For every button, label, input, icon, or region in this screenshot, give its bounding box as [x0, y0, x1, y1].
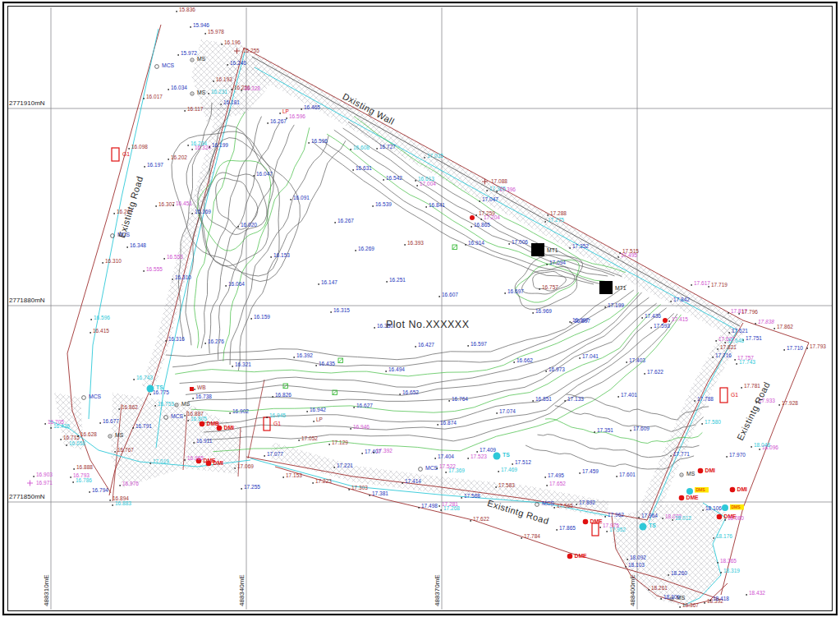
spot-tick-icon	[402, 482, 403, 484]
spot-tick-icon	[438, 505, 440, 507]
spot-tick-icon	[361, 453, 363, 454]
spot-elevation-label: 16.805	[190, 416, 207, 421]
spot-elevation-label: LP	[282, 108, 289, 114]
spot-elevation-label: 16.596	[289, 113, 305, 119]
spot-tick-icon	[386, 281, 388, 283]
spot-elevation-label: 16.020	[241, 222, 257, 228]
spot-tick-icon	[755, 323, 756, 325]
ms-marker-dot	[109, 435, 110, 436]
spot-tick-icon	[264, 455, 265, 457]
northing-label: 2771880mN	[9, 297, 45, 304]
spot-elevation-label: 16.034	[171, 85, 187, 90]
spot-elevation-label: 15.836	[179, 7, 195, 12]
easting-label: 488310mE	[43, 574, 50, 606]
spot-tick-icon	[638, 517, 640, 518]
spot-elevation-label: 18.012	[675, 515, 691, 521]
mcs-station-label: MCS	[542, 500, 555, 506]
spot-elevation-label: 16.677	[103, 418, 119, 424]
spot-elevation-label: 16.627	[356, 403, 373, 408]
spot-tick-icon	[318, 283, 319, 285]
spot-tick-icon	[599, 527, 601, 528]
spot-elevation-label: 17.821	[720, 344, 737, 350]
spot-tick-icon	[415, 180, 416, 182]
spot-elevation-label: 16.310	[175, 274, 191, 280]
spot-tick-icon	[448, 400, 450, 402]
spot-elevation-label: 16.393	[407, 240, 424, 246]
spot-tick-icon	[670, 455, 672, 457]
spot-tick-icon	[437, 424, 438, 426]
spot-tick-icon	[193, 442, 195, 444]
survey-point-icon-dmi	[698, 468, 704, 474]
spot-tick-icon	[133, 379, 135, 380]
spot-tick-icon	[229, 412, 231, 414]
spot-tick-icon	[544, 221, 546, 223]
spot-tick-icon	[50, 427, 52, 429]
spot-tick-icon	[187, 145, 189, 146]
spot-elevation-label: 16.965	[187, 455, 204, 461]
spot-tick-icon	[783, 349, 785, 351]
spot-elevation-label: 16.911	[196, 438, 213, 444]
spot-tick-icon	[250, 318, 252, 320]
spot-tick-icon	[604, 306, 606, 308]
spot-elevation-label: 17.865	[559, 525, 576, 531]
spot-elevation-label: 17.842	[673, 297, 690, 302]
spot-elevation-label: 17.962	[608, 512, 624, 518]
spot-elevation-label: 17.221	[337, 463, 353, 468]
spot-tick-icon	[545, 371, 547, 372]
spot-elevation-label: 18.367	[682, 602, 699, 608]
spot-elevation-label: 17.784	[524, 533, 540, 539]
spot-elevation-label: 16.451	[176, 200, 192, 206]
spot-tick-icon	[445, 472, 447, 473]
spot-elevation-label: LP	[316, 417, 323, 422]
spot-tick-icon	[544, 477, 546, 478]
spot-elevation-label: 17.415	[672, 316, 688, 322]
spot-tick-icon	[73, 468, 75, 470]
spot-tick-icon	[424, 157, 425, 159]
spot-tick-icon	[312, 482, 314, 484]
spot-tick-icon	[372, 205, 374, 207]
spot-elevation-label: 16.276	[208, 338, 224, 344]
spot-elevation-label: 16.826	[275, 392, 291, 398]
dme-point-label: DME	[686, 495, 700, 500]
spot-tick-icon	[194, 389, 195, 390]
g1-gate-label: G1	[731, 392, 738, 398]
spot-elevation-label: 16.945	[269, 412, 286, 418]
spot-elevation-label: 16.427	[418, 342, 434, 348]
spot-tick-icon	[350, 149, 351, 150]
spot-elevation-label: 17.495	[621, 252, 637, 258]
spot-tick-icon	[306, 411, 308, 412]
spot-tick-icon	[267, 122, 269, 124]
spot-tick-icon	[253, 175, 255, 177]
spot-elevation-label: 16.098	[131, 144, 148, 150]
mt1-station-label: MT1	[615, 285, 627, 291]
spot-tick-icon	[290, 199, 291, 200]
spot-elevation-label: 17.047	[482, 196, 498, 202]
dmi-point-label: DMI	[705, 467, 716, 473]
spot-tick-icon	[241, 488, 242, 490]
spot-elevation-label: 17.617	[694, 280, 710, 286]
spot-tick-icon	[627, 559, 628, 560]
spot-elevation-label: 17.351	[597, 427, 613, 433]
spot-tick-icon	[728, 312, 729, 314]
spot-tick-icon	[750, 446, 752, 448]
spot-elevation-label: 17.381	[372, 490, 388, 496]
spot-tick-icon	[109, 500, 111, 501]
spot-elevation-label: 16.902	[232, 408, 249, 414]
dmi-point-label: DMI	[213, 460, 224, 466]
spot-elevation-label: 16.697	[507, 288, 524, 294]
spot-elevation-label: 17.019	[153, 458, 169, 464]
spot-elevation-label: 16.017	[146, 94, 163, 99]
spot-elevation-label: 17.414	[405, 478, 421, 484]
spot-elevation-label: 16.841	[429, 202, 445, 208]
spot-elevation-label: 18.365	[720, 558, 737, 564]
spot-elevation-label: 17.088	[491, 178, 507, 184]
mt1-station-label: MT1	[547, 247, 558, 253]
drawing-canvas[interactable]: 2771910mN2771880mN2771850mN488310mE48834…	[0, 0, 840, 617]
spot-tick-icon	[279, 113, 281, 114]
spot-elevation-label: 16.851	[535, 396, 552, 402]
spot-tick-icon	[241, 90, 242, 91]
ms-station-label: MS	[197, 56, 206, 62]
spot-elevation-label: 16.147	[321, 279, 337, 285]
spot-elevation-label: 16.865	[474, 222, 490, 228]
spot-tick-icon	[434, 458, 436, 459]
